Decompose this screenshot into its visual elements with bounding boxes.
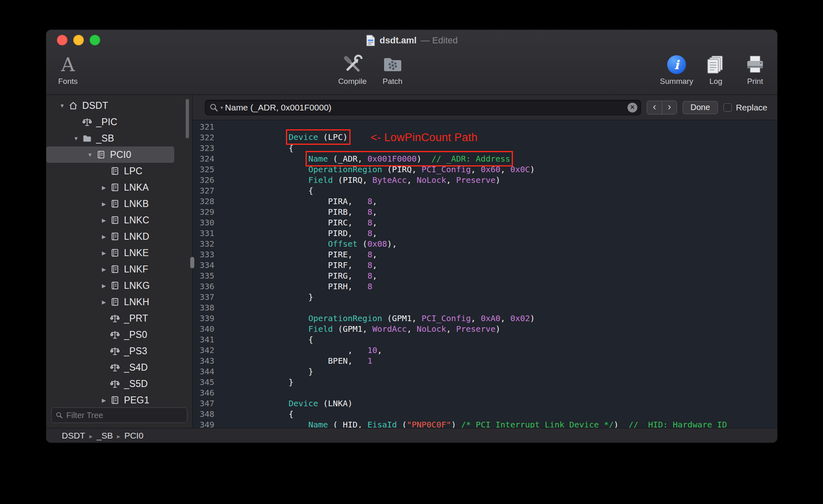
line-number: 336 [193,281,214,291]
method-icon [109,313,121,323]
house-icon [67,101,79,110]
code-line-327: 327 { [193,185,777,196]
tree-item-sb[interactable]: ▼ _SB [46,130,174,146]
breadcrumb-item[interactable]: DSDT [62,431,85,440]
clear-search-icon[interactable]: × [627,103,637,112]
replace-checkbox[interactable] [724,104,732,112]
find-input[interactable]: ▾ Name (_ADR, 0x001F0000) × [205,100,641,115]
find-nav-group: ‹ › [647,101,677,115]
sidebar-tree: ▼ DSDT _PIC▼ _SB▼ PCI0 LPC▶ LNKA▶ LNKB▶ [46,95,192,404]
device-icon [109,248,121,258]
disclosure-right-icon[interactable]: ▶ [99,184,109,191]
tree-item-lnkg[interactable]: ▶ LNKG [46,277,174,294]
code-line-332: 332 Offset (0x08), [193,239,777,249]
tree-item-label: _SB [96,133,114,144]
code-line-328: 328 PIRA, 8, [193,196,777,207]
tree-item-prt[interactable]: _PRT [46,310,174,326]
sidebar: ▼ DSDT _PIC▼ _SB▼ PCI0 LPC▶ LNKA▶ LNKB▶ [46,95,193,428]
tree-item-lnkc[interactable]: ▶ LNKC [46,212,174,228]
tree-item-s4d[interactable]: _S4D [46,359,174,376]
code-line-333: 333 PIRE, 8, [193,249,777,260]
disclosure-right-icon[interactable]: ▶ [99,283,109,289]
disclosure-right-icon[interactable]: ▶ [99,397,109,403]
annotation-box: Name (_ADR, 0x001F0000) // _ADR: Address [308,154,510,164]
tree-item-ps0[interactable]: _PS0 [46,326,174,343]
tree-item-pci0[interactable]: ▼ PCI0 [46,146,174,163]
method-icon [109,346,121,356]
splitter-handle[interactable] [190,257,194,268]
minimize-button[interactable] [73,35,84,45]
fonts-label: Fonts [58,77,78,86]
tree-item-lnkd[interactable]: ▶ LNKD [46,228,174,245]
tree-item-lnkh[interactable]: ▶ LNKH [46,294,174,310]
tree-item-lnke[interactable]: ▶ LNKE [46,245,174,261]
tree-item-label: LPC [124,166,142,177]
log-pages-icon [705,54,726,75]
method-icon [109,362,121,372]
disclosure-right-icon[interactable]: ▶ [99,266,109,272]
tree-item-peg1[interactable]: ▶ PEG1 [46,392,174,404]
line-number: 343 [193,356,214,366]
disclosure-down-icon[interactable]: ▼ [71,135,81,142]
disclosure-right-icon[interactable]: ▶ [99,201,109,207]
close-button[interactable] [57,35,67,45]
status-bar: DSDT▸_SB▸PCI0 [46,428,777,443]
code-line-325: 325 OperationRegion (PIRQ, PCI_Config, 0… [193,164,777,175]
fonts-button[interactable]: A Fonts [49,53,86,86]
code-line-345: 345 } [193,377,777,387]
tree-item-label: _S4D [124,362,148,373]
line-number: 322 [193,133,214,142]
titlebar[interactable]: dsdt.aml — Edited [46,30,777,51]
tree-item-lnkf[interactable]: ▶ LNKF [46,261,174,277]
filter-tree-field[interactable]: Filter Tree [51,407,187,423]
summary-button[interactable]: i Summary [659,53,695,86]
tree-item-lnka[interactable]: ▶ LNKA [46,179,174,196]
compile-label: Compile [338,77,367,86]
search-menu-chevron-icon[interactable]: ▾ [220,105,223,110]
folder-icon [81,133,93,143]
code-line-342: 342 , 10, [193,345,777,356]
disclosure-down-icon[interactable]: ▼ [85,152,95,158]
code-line-323: 323 { [193,143,777,153]
code-line-324: 324 Name (_ADR, 0x001F0000) // _ADR: Add… [193,153,777,164]
disclosure-right-icon[interactable]: ▶ [99,234,109,240]
print-button[interactable]: Print [737,53,773,86]
line-number: 335 [193,271,214,281]
zoom-button[interactable] [90,35,100,45]
tree-item-lnkb[interactable]: ▶ LNKB [46,196,174,212]
tree-item-label: _PS3 [124,346,147,357]
method-icon [109,330,121,340]
code-editor[interactable]: 321322 Device (LPC)<- LowPinCount Path32… [193,120,777,428]
tree-item-s5d[interactable]: _S5D [46,376,174,392]
device-icon [109,281,121,290]
device-icon [109,215,121,225]
breadcrumb-item[interactable]: _SB [97,431,113,440]
line-number: 337 [193,292,214,302]
log-button[interactable]: Log [698,53,734,86]
compile-button[interactable]: Compile [334,53,371,86]
tree-item-lpc[interactable]: LPC [46,163,174,179]
replace-toggle[interactable]: Replace [724,103,767,112]
line-number: 339 [193,313,214,323]
tree-item-dsdt[interactable]: ▼ DSDT [46,97,174,114]
find-previous-button[interactable]: ‹ [647,101,662,114]
tree-item-ps3[interactable]: _PS3 [46,343,174,359]
done-button[interactable]: Done [683,101,718,114]
breadcrumb-item[interactable]: PCI0 [124,431,144,440]
disclosure-down-icon[interactable]: ▼ [57,103,67,109]
line-number: 334 [193,260,214,270]
find-next-button[interactable]: › [662,101,677,114]
line-number: 333 [193,250,214,259]
sidebar-scrollbar[interactable] [186,99,189,138]
tree-item-pic[interactable]: _PIC [46,114,174,130]
window-title: dsdt.aml [380,35,416,46]
tree-item-label: LNKH [124,297,149,308]
patch-button[interactable]: Patch [374,53,411,86]
disclosure-right-icon[interactable]: ▶ [99,217,109,223]
window-title-edited: — Edited [420,35,458,46]
line-number: 346 [193,388,214,398]
disclosure-right-icon[interactable]: ▶ [99,250,109,256]
line-number: 331 [193,228,214,238]
disclosure-right-icon[interactable]: ▶ [99,299,109,305]
code-line-334: 334 PIRF, 8, [193,260,777,270]
